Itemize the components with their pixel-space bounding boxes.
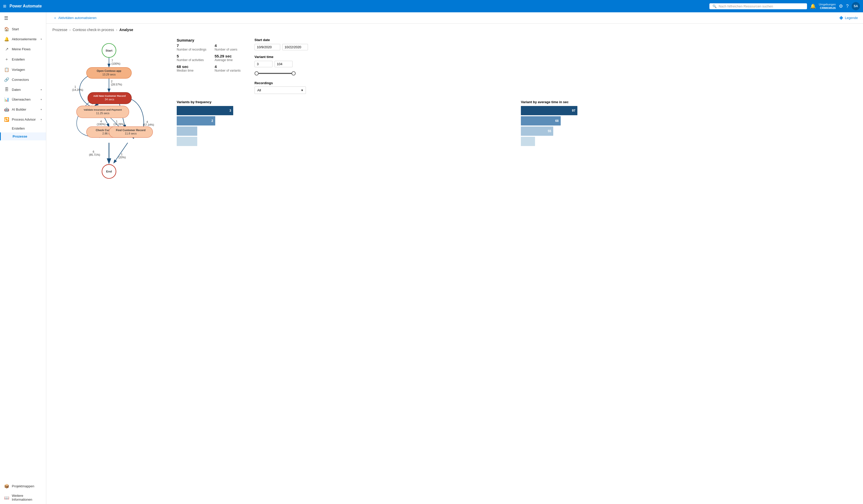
summary-section: Summary 7 Number of recordings 4 Number … xyxy=(177,38,244,73)
freq-bar-1[interactable]: 3 xyxy=(177,106,233,115)
sidebar-item-meine-flows[interactable]: ↗ Meine Flows xyxy=(0,44,46,54)
freq-bar-2[interactable]: 2 xyxy=(177,116,215,126)
avg-bar-row-2: 68 xyxy=(521,116,857,126)
svg-text:(20%): (20%) xyxy=(118,156,126,159)
sidebar-item-process-advisor[interactable]: 🔁 Process Advisor ▾ xyxy=(0,114,46,125)
avatar[interactable]: SA xyxy=(852,2,860,10)
grid-icon[interactable]: ⊞ xyxy=(3,4,7,9)
summary-lbl-median: Median time xyxy=(177,69,206,73)
sidebar: ☰ 🏠 Start 🔔 Aktionselemente ▾ ↗ Meine Fl… xyxy=(0,12,46,504)
range-slider[interactable] xyxy=(254,70,296,77)
legend-button[interactable]: 🔷 Legende xyxy=(839,16,858,20)
date-from-input[interactable] xyxy=(254,44,280,50)
sidebar-label-uberwachen: Überwachen xyxy=(12,98,38,101)
avg-bar-4[interactable] xyxy=(521,137,535,146)
variant-time-title: Variant time xyxy=(254,55,308,59)
svg-text:4: 4 xyxy=(147,120,148,124)
sidebar-item-vorlagen[interactable]: 📋 Vorlagen xyxy=(0,65,46,75)
sidebar-item-start[interactable]: 🏠 Start xyxy=(0,24,46,34)
variant-time-min-input[interactable] xyxy=(254,61,273,67)
svg-text:End: End xyxy=(106,170,112,173)
plus-icon-toolbar: ＋ xyxy=(53,16,57,20)
main-content: ＋ Aktivitäten automatisieren 🔷 Legende P… xyxy=(46,12,863,504)
content-area: 7 (100%) 2 (28.57%) 1 (14.29%) 4 (80%) xyxy=(46,34,863,504)
avg-bar-1[interactable]: 97 xyxy=(521,106,577,115)
settings-icon[interactable]: ⚙ xyxy=(839,3,843,9)
svg-text:(57.14%): (57.14%) xyxy=(143,123,154,126)
sidebar-label-process-advisor: Process Advisor xyxy=(12,118,38,121)
variant-time-max-input[interactable] xyxy=(275,61,292,67)
svg-text:Add New Customer Record: Add New Customer Record xyxy=(93,94,126,97)
sidebar-label-aktionselemente: Aktionselemente xyxy=(12,37,38,41)
svg-text:4: 4 xyxy=(100,120,102,123)
search-icon: 🔍 xyxy=(712,4,716,8)
date-to-input[interactable] xyxy=(282,44,308,50)
summary-lbl-variants: Number of variants xyxy=(214,69,244,73)
solutions-icon: 📦 xyxy=(4,484,9,489)
avgtime-bar-chart: 97 68 55 xyxy=(521,106,857,146)
avgtime-chart: Variant by average time in sec 97 68 55 xyxy=(521,100,857,146)
automate-button[interactable]: ＋ Aktivitäten automatisieren xyxy=(51,15,99,21)
summary-lbl-avg-time: Average time xyxy=(214,58,244,62)
summary-avg-time: 55.29 sec Average time xyxy=(214,54,244,62)
recordings-value: All xyxy=(258,88,261,92)
sidebar-label-daten: Daten xyxy=(12,88,38,92)
svg-text:(28.57%): (28.57%) xyxy=(111,83,122,86)
sidebar-sub-prozesse[interactable]: Prozesse xyxy=(0,132,46,140)
freq-bar-row-4 xyxy=(177,137,513,146)
freq-bar-row-1: 3 xyxy=(177,106,513,115)
freq-bar-4[interactable] xyxy=(177,137,197,146)
breadcrumb-analyse: Analyse xyxy=(120,28,133,32)
sidebar-item-weitere[interactable]: 📖 Weitere Informationen xyxy=(0,491,46,504)
avg-bar-3[interactable]: 55 xyxy=(521,127,553,136)
range-thumb-left[interactable] xyxy=(254,71,259,75)
svg-text:Start: Start xyxy=(105,49,112,52)
dropdown-chevron-icon: ▾ xyxy=(301,88,303,92)
sidebar-item-erstellen[interactable]: ＋ Erstellen xyxy=(0,54,46,65)
summary-grid: 7 Number of recordings 4 Number of users… xyxy=(177,43,244,73)
range-thumb-right[interactable] xyxy=(291,71,296,75)
sidebar-item-projektmappen[interactable]: 📦 Projektmappen xyxy=(0,481,46,491)
summary-val-median: 68 sec xyxy=(177,64,206,69)
svg-text:Find Customer Record: Find Customer Record xyxy=(116,129,145,132)
breadcrumb-contoso[interactable]: Contoso check-in process xyxy=(73,28,114,32)
freq-bar-3[interactable] xyxy=(177,127,197,136)
chevron-process-advisor: ▾ xyxy=(40,118,42,121)
legend-icon: 🔷 xyxy=(839,16,843,20)
ai-icon: 🤖 xyxy=(4,107,9,112)
breadcrumb-prozesse[interactable]: Prozesse xyxy=(52,28,67,32)
svg-text:Open Contoso app: Open Contoso app xyxy=(97,69,121,73)
process-icon: 🔁 xyxy=(4,117,9,122)
svg-text:(100%): (100%) xyxy=(97,122,105,126)
bell-icon: 🔔 xyxy=(4,37,9,42)
svg-text:1: 1 xyxy=(75,85,76,88)
avg-bar-2[interactable]: 68 xyxy=(521,116,561,126)
chevron-aktionselemente: ▾ xyxy=(40,38,42,40)
automate-label: Aktivitäten automatisieren xyxy=(58,16,97,20)
data-icon: 🗄 xyxy=(4,87,9,92)
freq-bar-row-2: 2 xyxy=(177,116,513,126)
recordings-section: Recordings All ▾ xyxy=(254,81,308,94)
recordings-select[interactable]: All ▾ xyxy=(254,87,306,94)
sidebar-item-daten[interactable]: 🗄 Daten ▾ xyxy=(0,85,46,94)
legend-label: Legende xyxy=(845,16,858,20)
sidebar-item-ai-builder[interactable]: 🤖 AI Builder ▾ xyxy=(0,104,46,114)
sidebar-item-connectors[interactable]: 🔗 Connectors xyxy=(0,75,46,85)
summary-val-users: 4 xyxy=(214,43,244,48)
sidebar-label-meine-flows: Meine Flows xyxy=(12,47,42,51)
svg-text:(14.29%): (14.29%) xyxy=(72,88,83,91)
svg-text:(85.71%): (85.71%) xyxy=(89,153,100,156)
chevron-uberwachen: ▾ xyxy=(40,98,42,101)
notification-icon[interactable]: 🔔 xyxy=(810,3,816,9)
sidebar-label-vorlagen: Vorlagen xyxy=(12,68,42,72)
search-bar[interactable]: 🔍 Nach hilfreichen Ressourcen suchen xyxy=(710,3,807,9)
sidebar-item-aktionselemente[interactable]: 🔔 Aktionselemente ▾ xyxy=(0,34,46,44)
hamburger-button[interactable]: ☰ xyxy=(0,12,46,24)
sidebar-item-uberwachen[interactable]: 📊 Überwachen ▾ xyxy=(0,94,46,104)
svg-text:1: 1 xyxy=(116,120,118,123)
recordings-title: Recordings xyxy=(254,81,308,85)
environment-badge[interactable]: Umgebungen CRM838526 xyxy=(819,3,836,10)
help-icon[interactable]: ? xyxy=(846,3,849,9)
freq-bar-row-3 xyxy=(177,127,513,136)
sidebar-sub-erstellen[interactable]: Erstellen xyxy=(0,125,46,132)
